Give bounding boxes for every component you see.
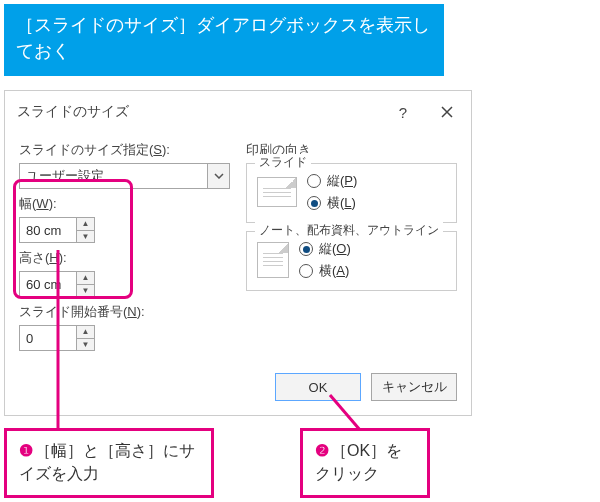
right-column: 印刷の向き 縦(P) 横(L) [246, 141, 457, 357]
close-button[interactable] [425, 93, 469, 131]
height-row: 高さ(H): 60 cm ▲ ▼ [19, 249, 230, 297]
size-spec-label: スライドのサイズ指定(S): [19, 141, 230, 159]
callout-2: ❷［OK］をクリック [300, 428, 430, 498]
width-spinner[interactable]: 80 cm ▲ ▼ [19, 217, 95, 243]
callout-2-num: ❷ [315, 442, 329, 459]
radio-icon [307, 196, 321, 210]
dialog-titlebar: スライドのサイズ ? [5, 91, 471, 133]
dialog-buttons: OK キャンセル [5, 371, 471, 415]
start-number-spinner[interactable]: 0 ▲ ▼ [19, 325, 95, 351]
width-spin-down[interactable]: ▼ [77, 231, 94, 243]
width-label: 幅(W): [19, 195, 230, 213]
start-number-spin-up[interactable]: ▲ [77, 326, 94, 339]
left-column: スライドのサイズ指定(S): ユーザー設定 幅(W): 80 cm ▲ [19, 141, 230, 357]
width-value: 80 cm [20, 218, 76, 242]
page-portrait-icon [257, 242, 289, 278]
callout-1-num: ❶ [19, 442, 33, 459]
cancel-button[interactable]: キャンセル [371, 373, 457, 401]
width-row: 幅(W): 80 cm ▲ ▼ [19, 195, 230, 243]
notes-orientation-group: 縦(O) 横(A) [246, 231, 457, 291]
slides-landscape-radio[interactable]: 横(L) [307, 194, 357, 212]
slide-size-dialog: スライドのサイズ ? スライドのサイズ指定(S): ユーザー設定 [4, 90, 472, 416]
size-spec-row: スライドのサイズ指定(S): ユーザー設定 [19, 141, 230, 189]
width-spin-up[interactable]: ▲ [77, 218, 94, 231]
instruction-banner: ［スライドのサイズ］ダイアログボックスを表示しておく [4, 4, 444, 76]
start-number-label: スライド開始番号(N): [19, 303, 230, 321]
slides-orientation-group: 縦(P) 横(L) [246, 163, 457, 223]
chevron-down-icon [214, 173, 224, 179]
callout-1: ❶［幅］と［高さ］にサイズを入力 [4, 428, 214, 498]
ok-button[interactable]: OK [275, 373, 361, 401]
height-label: 高さ(H): [19, 249, 230, 267]
notes-portrait-radio[interactable]: 縦(O) [299, 240, 351, 258]
height-spinner[interactable]: 60 cm ▲ ▼ [19, 271, 95, 297]
dialog-title: スライドのサイズ [17, 103, 381, 121]
page-landscape-icon [257, 177, 297, 207]
radio-icon [299, 264, 313, 278]
dropdown-button[interactable] [207, 164, 229, 188]
start-number-row: スライド開始番号(N): 0 ▲ ▼ [19, 303, 230, 351]
radio-icon [299, 242, 313, 256]
height-value: 60 cm [20, 272, 76, 296]
size-spec-value: ユーザー設定 [20, 167, 207, 185]
notes-landscape-radio[interactable]: 横(A) [299, 262, 351, 280]
help-button[interactable]: ? [381, 93, 425, 131]
size-spec-combobox[interactable]: ユーザー設定 [19, 163, 230, 189]
height-spin-down[interactable]: ▼ [77, 285, 94, 297]
slides-portrait-radio[interactable]: 縦(P) [307, 172, 357, 190]
height-spin-up[interactable]: ▲ [77, 272, 94, 285]
close-icon [441, 106, 453, 118]
start-number-value: 0 [20, 326, 76, 350]
radio-icon [307, 174, 321, 188]
start-number-spin-down[interactable]: ▼ [77, 339, 94, 351]
instruction-text: ［スライドのサイズ］ダイアログボックスを表示しておく [16, 15, 430, 61]
callout-1-text: ［幅］と［高さ］にサイズを入力 [19, 442, 195, 482]
